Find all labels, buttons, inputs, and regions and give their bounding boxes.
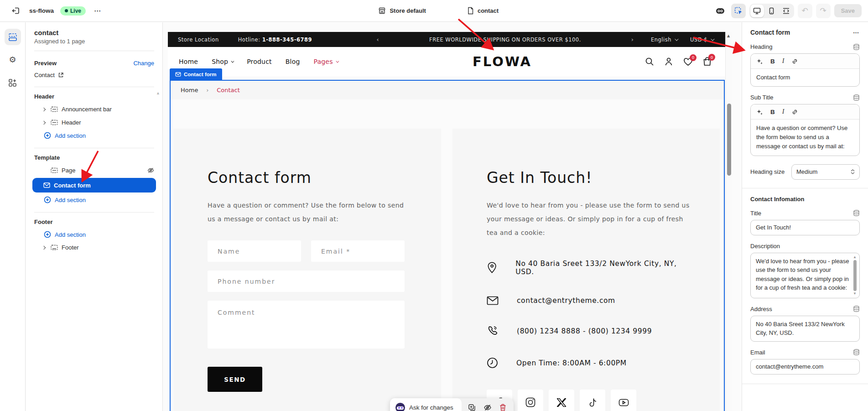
storefront-logo[interactable]: FLOWA — [359, 54, 645, 69]
currency-selector[interactable]: USD $ — [690, 36, 713, 43]
link-icon[interactable] — [791, 58, 798, 65]
bold-button[interactable]: B — [770, 109, 775, 115]
apps-icon — [8, 78, 17, 87]
next-announcement-arrow[interactable]: › — [631, 36, 634, 43]
assistant-robot-icon — [395, 403, 405, 411]
section-glyph-icon — [50, 167, 58, 173]
nav-blog[interactable]: Blog — [286, 58, 300, 65]
dynamic-source-icon[interactable] — [853, 44, 860, 50]
select-updown-icon — [851, 169, 855, 174]
sidebar-item-contact-form-selected[interactable]: Contact form — [32, 178, 156, 192]
undo-button[interactable]: ↶ — [798, 4, 812, 18]
header-group-title: Header — [34, 93, 154, 100]
nav-product[interactable]: Product — [247, 58, 272, 65]
page-selector[interactable]: contact — [467, 7, 499, 15]
scroll-up-arrow-icon[interactable]: ▲ — [853, 255, 857, 259]
dynamic-source-icon[interactable] — [853, 349, 860, 355]
external-link-icon — [58, 72, 64, 78]
bold-button[interactable]: B — [770, 58, 775, 65]
app-embeds-tab-button[interactable] — [5, 74, 21, 91]
ask-for-changes-button[interactable]: Ask for changes — [390, 398, 462, 411]
italic-button[interactable]: I — [782, 108, 785, 115]
chevron-right-icon[interactable] — [41, 246, 47, 249]
address-value-input[interactable]: No 40 Baria Sreet 133/2 NewYork City, NY… — [750, 316, 860, 342]
textarea-scrollbar[interactable]: ▲ ▼ — [852, 255, 858, 296]
sections-tab-button[interactable] — [5, 29, 21, 45]
more-actions-button[interactable]: ⋯ — [92, 7, 103, 15]
preview-page-link[interactable]: Contact — [34, 69, 154, 81]
mobile-icon — [769, 7, 774, 15]
language-selector[interactable]: English — [651, 36, 677, 43]
ai-sparkle-icon[interactable] — [756, 58, 763, 65]
sidebar-item-header[interactable]: Header — [34, 116, 154, 129]
hide-section-icon[interactable] — [147, 167, 154, 173]
scrollbar-thumb[interactable] — [853, 260, 857, 291]
duplicate-section-button[interactable] — [465, 401, 479, 411]
hotline-number[interactable]: 1-888-345-6789 — [262, 36, 312, 43]
fullwidth-view-button[interactable] — [780, 5, 793, 17]
chevron-down-icon — [231, 59, 234, 62]
cart-count-badge: 0 — [708, 54, 715, 61]
description-value-textarea[interactable]: We'd love to hear from you - please use … — [750, 253, 860, 298]
save-button[interactable]: Save — [834, 4, 862, 17]
selected-section-tag[interactable]: Contact form — [170, 68, 222, 80]
scroll-up-arrow-icon[interactable]: ▲ — [727, 34, 730, 38]
shipping-message: FREE WORLDWIDE SHIPPING ON ORDERS OVER $… — [429, 36, 581, 43]
sidebar-item-announcement-bar[interactable]: Announcement bar — [34, 103, 154, 116]
nav-pages-active[interactable]: Pages — [313, 58, 338, 65]
italic-button[interactable]: I — [782, 57, 785, 65]
link-icon[interactable] — [791, 109, 798, 115]
ai-sparkle-icon[interactable] — [756, 109, 763, 115]
sidebar-item-page[interactable]: Page — [34, 164, 154, 177]
store-icon — [378, 7, 386, 15]
scrollbar-thumb[interactable] — [727, 104, 731, 176]
heading-size-select[interactable]: Medium — [791, 164, 860, 180]
account-icon[interactable] — [664, 57, 673, 66]
exit-editor-button[interactable] — [8, 4, 23, 18]
chevron-right-icon[interactable] — [41, 121, 47, 124]
footer-group-title: Footer — [34, 219, 154, 225]
email-value-input[interactable] — [750, 359, 860, 375]
dynamic-source-icon[interactable] — [853, 210, 860, 216]
add-section-footer-button[interactable]: Add section — [34, 228, 154, 241]
dynamic-source-icon[interactable] — [853, 306, 860, 312]
hide-section-button[interactable] — [481, 401, 494, 411]
subtitle-value-input[interactable]: Have a question or comment? Use the form… — [751, 120, 859, 155]
wishlist-icon[interactable]: 0 — [683, 57, 693, 66]
redo-button[interactable]: ↷ — [816, 4, 831, 18]
scroll-down-arrow-icon[interactable]: ▼ — [853, 292, 857, 296]
sidebar-assigned-text: Assigned to 1 page — [34, 38, 154, 45]
title-value-input[interactable] — [750, 220, 860, 235]
mobile-view-button[interactable] — [765, 5, 779, 17]
store-context-selector[interactable]: Store default — [378, 7, 426, 15]
sections-sidebar: ▲ contact Assigned to 1 page Preview Cha… — [26, 22, 163, 411]
sidebar-item-footer[interactable]: Footer — [34, 241, 154, 254]
add-section-template-button[interactable]: Add section — [34, 193, 154, 206]
chevron-right-icon[interactable] — [41, 108, 47, 111]
theme-settings-tab-button[interactable]: ⚙ — [5, 52, 21, 68]
nav-home[interactable]: Home — [179, 58, 198, 65]
settings-more-button[interactable]: ⋯ — [853, 29, 860, 36]
prev-announcement-arrow[interactable]: ‹ — [376, 36, 379, 43]
add-section-header-button[interactable]: Add section — [34, 129, 154, 142]
store-location-link[interactable]: Store Location — [178, 36, 219, 43]
inspect-icon[interactable] — [713, 4, 728, 18]
cart-icon[interactable]: 0 — [703, 57, 712, 66]
settings-panel-title: Contact form — [750, 29, 790, 36]
change-preview-link[interactable]: Change — [133, 60, 154, 67]
heading-value-input[interactable]: Contact form — [751, 69, 859, 86]
dynamic-source-icon[interactable] — [853, 94, 860, 101]
announcement-bar[interactable]: Store Location Hotline: 1-888-345-6789 ‹… — [168, 32, 725, 47]
store-name: ss-flowa — [29, 7, 54, 14]
desktop-view-button[interactable] — [750, 5, 764, 17]
page-icon — [467, 7, 474, 15]
subtitle-setting-label: Sub Title — [750, 94, 774, 101]
top-bar: ss-flowa Live ⋯ Store default — [0, 0, 868, 22]
heading-size-label: Heading size — [750, 168, 785, 175]
nav-shop[interactable]: Shop — [212, 58, 233, 65]
delete-section-button[interactable] — [496, 401, 510, 411]
select-tool-button[interactable] — [731, 4, 746, 18]
preview-scrollbar[interactable]: ▲ — [725, 32, 732, 411]
search-icon[interactable] — [645, 57, 654, 66]
chevron-down-icon — [711, 37, 714, 41]
